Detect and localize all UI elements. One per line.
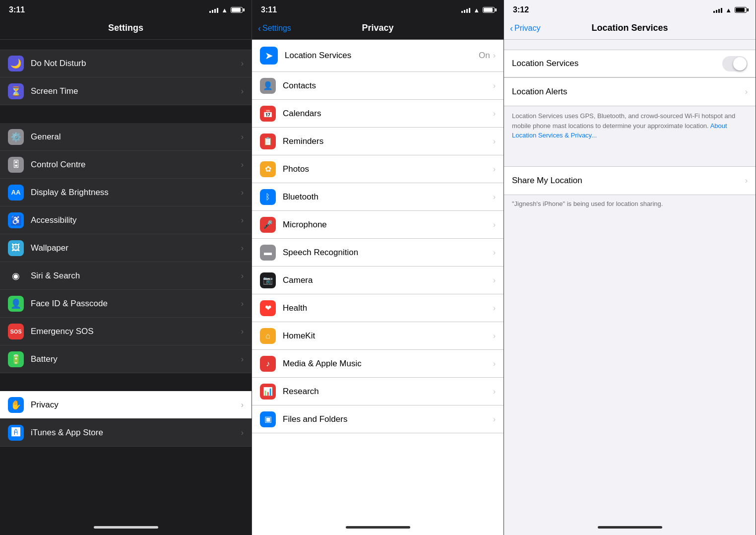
chevron-wallpaper: › bbox=[241, 244, 244, 253]
privacy-label-files: Files and Folders bbox=[283, 414, 493, 424]
chevron-faceid: › bbox=[241, 299, 244, 308]
privacy-item-bluetooth[interactable]: ᛒBluetooth› bbox=[252, 183, 504, 211]
share-chevron: › bbox=[745, 176, 748, 185]
wifi-icon-2: ▲ bbox=[473, 6, 480, 14]
back-to-privacy[interactable]: ‹ Privacy bbox=[510, 24, 540, 33]
icon-screen-time: ⏳ bbox=[8, 83, 24, 99]
privacy-chevron-media: › bbox=[493, 359, 496, 368]
privacy-icon-calendars: 📅 bbox=[260, 106, 276, 122]
privacy-item-contacts[interactable]: 👤Contacts› bbox=[252, 72, 504, 100]
settings-item-siri[interactable]: ◉Siri & Search› bbox=[0, 262, 252, 290]
privacy-icon-reminders: 📋 bbox=[260, 134, 276, 149]
privacy-icon-microphone: 🎤 bbox=[260, 217, 276, 233]
icon-control-centre: 🎛 bbox=[8, 157, 24, 173]
privacy-item-research[interactable]: 📊Research› bbox=[252, 378, 504, 405]
label-sos: Emergency SOS bbox=[31, 327, 241, 336]
privacy-icon-homekit: ⌂ bbox=[260, 328, 276, 344]
icon-general: ⚙️ bbox=[8, 129, 24, 145]
privacy-item-health[interactable]: ❤Health› bbox=[252, 294, 504, 322]
home-indicator-3 bbox=[504, 519, 756, 535]
home-indicator-2 bbox=[252, 519, 504, 535]
privacy-item-reminders[interactable]: 📋Reminders› bbox=[252, 128, 504, 155]
label-siri: Siri & Search bbox=[31, 271, 241, 281]
settings-item-faceid[interactable]: 👤Face ID & Passcode› bbox=[0, 290, 252, 318]
privacy-label-calendars: Calendars bbox=[283, 109, 493, 119]
chevron-display: › bbox=[241, 188, 244, 197]
settings-item-general[interactable]: ⚙️General› bbox=[0, 123, 252, 151]
share-description-text: "Jignesh's iPhone" is being used for loc… bbox=[504, 195, 756, 217]
settings-item-display[interactable]: AADisplay & Brightness› bbox=[0, 179, 252, 206]
label-accessibility: Accessibility bbox=[31, 215, 241, 225]
icon-do-not-disturb: 🌙 bbox=[8, 56, 24, 71]
privacy-label-contacts: Contacts bbox=[283, 81, 493, 91]
chevron-siri: › bbox=[241, 271, 244, 280]
location-services-header[interactable]: ➤ Location Services On › bbox=[252, 40, 504, 72]
label-display: Display & Brightness bbox=[31, 188, 241, 198]
location-alerts-label: Location Alerts bbox=[512, 87, 745, 97]
status-icons-3: ▲ bbox=[713, 6, 747, 14]
privacy-item-photos[interactable]: ✿Photos› bbox=[252, 155, 504, 183]
share-my-location-row[interactable]: Share My Location › bbox=[504, 167, 756, 195]
privacy-chevron-bluetooth: › bbox=[493, 193, 496, 201]
privacy-chevron-photos: › bbox=[493, 165, 496, 174]
privacy-label-microphone: Microphone bbox=[283, 220, 493, 230]
location-header-label: Location Services bbox=[285, 51, 479, 61]
location-toggle-row[interactable]: Location Services bbox=[504, 50, 756, 77]
privacy-item-speech[interactable]: ▬Speech Recognition› bbox=[252, 239, 504, 267]
privacy-chevron-reminders: › bbox=[493, 137, 496, 146]
privacy-label-speech: Speech Recognition bbox=[283, 248, 493, 258]
battery-icon-3 bbox=[735, 7, 747, 13]
nav-bar-settings: Settings bbox=[0, 18, 252, 40]
icon-display: AA bbox=[8, 185, 24, 201]
label-privacy: Privacy bbox=[31, 400, 241, 410]
location-toggle-switch[interactable] bbox=[722, 56, 748, 71]
privacy-label-health: Health bbox=[283, 303, 493, 313]
battery-icon-2 bbox=[483, 7, 495, 13]
privacy-chevron-research: › bbox=[493, 387, 496, 396]
privacy-chevron-speech: › bbox=[493, 248, 496, 257]
location-alerts-section: Location Alerts › bbox=[504, 77, 756, 106]
settings-item-itunes[interactable]: 🅰iTunes & App Store› bbox=[0, 419, 252, 447]
privacy-item-camera[interactable]: 📷Camera› bbox=[252, 267, 504, 294]
privacy-icon-health: ❤ bbox=[260, 300, 276, 316]
settings-item-control-centre[interactable]: 🎛Control Centre› bbox=[0, 151, 252, 179]
icon-siri: ◉ bbox=[8, 268, 24, 284]
chevron-itunes: › bbox=[241, 428, 244, 437]
privacy-item-media[interactable]: ♪Media & Apple Music› bbox=[252, 350, 504, 378]
chevron-control-centre: › bbox=[241, 160, 244, 169]
privacy-item-microphone[interactable]: 🎤Microphone› bbox=[252, 211, 504, 239]
chevron-sos: › bbox=[241, 327, 244, 336]
home-bar-1 bbox=[94, 526, 158, 529]
location-icon: ➤ bbox=[260, 47, 278, 65]
status-icons-1: ▲ bbox=[209, 6, 243, 14]
chevron-privacy: › bbox=[241, 401, 244, 409]
settings-item-screen-time[interactable]: ⏳Screen Time› bbox=[0, 77, 252, 105]
settings-item-accessibility[interactable]: ♿Accessibility› bbox=[0, 206, 252, 234]
status-time-1: 3:11 bbox=[9, 5, 25, 14]
privacy-item-files[interactable]: ▣Files and Folders› bbox=[252, 405, 504, 433]
back-to-settings[interactable]: ‹ Settings bbox=[258, 24, 291, 33]
settings-list: 🌙Do Not Disturb›⏳Screen Time›⚙️General›🎛… bbox=[0, 40, 252, 519]
privacy-item-calendars[interactable]: 📅Calendars› bbox=[252, 100, 504, 128]
privacy-label-camera: Camera bbox=[283, 275, 493, 285]
nav-bar-privacy: ‹ Settings Privacy bbox=[252, 18, 504, 40]
home-bar-2 bbox=[346, 526, 410, 529]
settings-item-sos[interactable]: SOSEmergency SOS› bbox=[0, 318, 252, 345]
settings-item-wallpaper[interactable]: 🖼Wallpaper› bbox=[0, 234, 252, 262]
settings-item-privacy[interactable]: ✋Privacy› bbox=[0, 391, 252, 419]
privacy-icon-media: ♪ bbox=[260, 356, 276, 372]
share-my-location-label: Share My Location bbox=[512, 176, 745, 186]
settings-item-battery[interactable]: 🔋Battery› bbox=[0, 345, 252, 373]
wifi-icon-3: ▲ bbox=[725, 6, 732, 14]
settings-item-do-not-disturb[interactable]: 🌙Do Not Disturb› bbox=[0, 50, 252, 77]
privacy-label-media: Media & Apple Music bbox=[283, 359, 493, 369]
privacy-chevron-microphone: › bbox=[493, 220, 496, 229]
privacy-items-container: 👤Contacts›📅Calendars›📋Reminders›✿Photos›… bbox=[252, 72, 504, 433]
label-general: General bbox=[31, 132, 241, 142]
icon-sos: SOS bbox=[8, 324, 24, 339]
privacy-label-photos: Photos bbox=[283, 164, 493, 174]
location-alerts-row[interactable]: Location Alerts › bbox=[504, 78, 756, 106]
label-faceid: Face ID & Passcode bbox=[31, 299, 241, 309]
signal-icon-2 bbox=[461, 7, 470, 13]
privacy-item-homekit[interactable]: ⌂HomeKit› bbox=[252, 322, 504, 350]
